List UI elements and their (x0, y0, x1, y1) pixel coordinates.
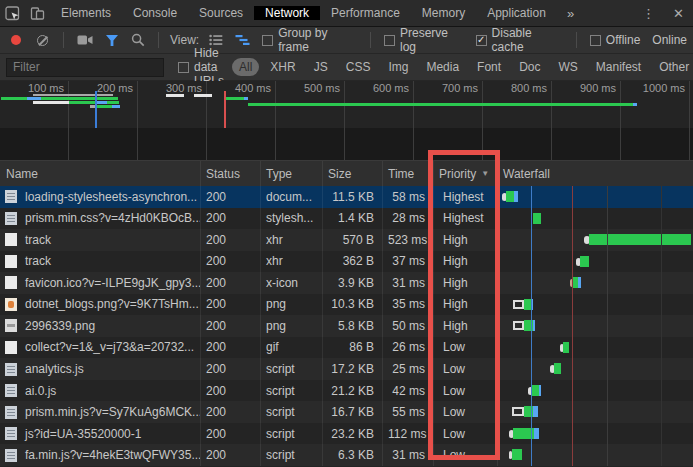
request-name-cell[interactable]: ai.0.js (0, 384, 200, 398)
table-row[interactable]: favicon.ico?v=-ILPE9gJK_gpy3...200x-icon… (0, 272, 693, 294)
filter-pill-xhr[interactable]: XHR (263, 58, 302, 76)
column-header-status[interactable]: Status (200, 167, 260, 181)
tab-sources[interactable]: Sources (188, 6, 254, 20)
table-row[interactable]: fa.min.js?v=4hekE3twQFWY35...200script6.… (0, 444, 693, 466)
column-header-priority[interactable]: Priority ▼ (433, 167, 497, 181)
overview-gridline (206, 81, 207, 160)
request-time: 523 ms (382, 233, 433, 247)
filter-input[interactable] (6, 58, 164, 77)
request-name: fa.min.js?v=4hekE3twQFWY35... (25, 448, 200, 462)
request-name-cell[interactable]: 2996339.png (0, 319, 200, 333)
list-view-icon[interactable] (209, 34, 223, 46)
capture-screenshots-icon[interactable] (77, 34, 93, 46)
table-row[interactable]: ai.0.js200script21.2 KB42 msLow (0, 380, 693, 402)
filter-pill-ws[interactable]: WS (551, 58, 584, 76)
request-name: analytics.js (25, 362, 84, 376)
request-name: dotnet_blogs.png?v=9K7TsHm... (25, 297, 199, 311)
request-size: 10.3 KB (322, 297, 382, 311)
table-row[interactable]: prism.min.css?v=4zHd0KBOcB...200stylesh.… (0, 208, 693, 230)
waterfall-bar-segment (513, 300, 524, 309)
filter-pill-img[interactable]: Img (381, 58, 415, 76)
overview-activity-bar (633, 103, 637, 106)
table-row[interactable]: track200xhr362 B37 msHigh (0, 251, 693, 273)
overview-time-label: 700 ms (420, 82, 478, 94)
request-name-cell[interactable]: js?id=UA-35520000-1 (0, 427, 200, 441)
tab-console[interactable]: Console (122, 6, 188, 20)
table-row[interactable]: collect?v=1&_v=j73&a=20732...200gif86 B2… (0, 337, 693, 359)
request-name-cell[interactable]: fa.min.js?v=4hekE3twQFWY35... (0, 448, 200, 462)
tab-memory[interactable]: Memory (411, 6, 476, 20)
tab-elements[interactable]: Elements (50, 6, 122, 20)
request-status: 200 (200, 297, 260, 311)
filter-pill-doc[interactable]: Doc (512, 58, 547, 76)
table-row[interactable]: 2996339.png200png5.8 KB50 msHigh (0, 315, 693, 337)
request-name-cell[interactable]: prism.min.js?v=Sy7KuAg6MCK... (0, 405, 200, 419)
column-header-waterfall[interactable]: Waterfall (497, 167, 693, 181)
dom-content-loaded-line (95, 91, 97, 128)
request-name-cell[interactable]: loading-stylesheets-asynchron... (0, 190, 200, 204)
filter-pill-font[interactable]: Font (470, 58, 508, 76)
device-toolbar-icon[interactable] (25, 0, 50, 26)
filter-pill-manifest[interactable]: Manifest (589, 58, 648, 76)
filter-pill-all[interactable]: All (232, 58, 259, 76)
tab-performance[interactable]: Performance (320, 6, 411, 20)
table-row[interactable]: dotnet_blogs.png?v=9K7TsHm...200png10.3 … (0, 294, 693, 316)
tab-network[interactable]: Network (254, 6, 320, 20)
checkbox-label: Preserve log (400, 26, 464, 54)
table-row[interactable]: js?id=UA-35520000-1200script23.2 KB112 m… (0, 423, 693, 445)
filter-pill-media[interactable]: Media (419, 58, 466, 76)
more-tabs-chevron[interactable]: » (557, 0, 584, 26)
table-row[interactable]: track200xhr570 B523 msHigh (0, 229, 693, 251)
devtools-close-icon[interactable]: ✕ (664, 6, 693, 21)
column-header-type[interactable]: Type (260, 167, 322, 181)
checkbox-box[interactable] (384, 35, 395, 46)
checkbox-box[interactable] (262, 35, 273, 46)
request-status: 200 (200, 190, 260, 204)
overview-activity-bar (1, 97, 118, 100)
table-row[interactable]: loading-stylesheets-asynchron...200docum… (0, 186, 693, 208)
network-overview-timeline[interactable]: 100 ms200 ms300 ms400 ms500 ms600 ms700 … (0, 81, 693, 161)
tab-application[interactable]: Application (476, 6, 557, 20)
request-time: 58 ms (382, 190, 433, 204)
checkbox-box[interactable]: ✓ (476, 35, 487, 46)
column-header-time[interactable]: Time (382, 167, 433, 181)
request-name-cell[interactable]: track (0, 254, 200, 268)
preserve-log-checkbox[interactable]: Preserve log (384, 26, 464, 54)
request-name-cell[interactable]: favicon.ico?v=-ILPE9gJK_gpy3... (0, 276, 200, 290)
filter-funnel-icon[interactable] (105, 34, 119, 47)
clear-requests-icon[interactable] (37, 35, 48, 46)
table-row[interactable]: prism.min.js?v=Sy7KuAg6MCK...200script16… (0, 401, 693, 423)
request-name-cell[interactable]: track (0, 233, 200, 247)
overview-gridline (137, 81, 138, 160)
offline-checkbox[interactable]: Offline (590, 33, 640, 47)
inspect-element-icon[interactable] (0, 0, 25, 26)
filter-pill-css[interactable]: CSS (339, 58, 378, 76)
search-icon[interactable] (131, 33, 145, 47)
column-header-name[interactable]: Name (0, 167, 200, 181)
document-icon (5, 406, 17, 419)
request-name-cell[interactable]: prism.min.css?v=4zHd0KBOcB... (0, 211, 200, 225)
request-priority: High (433, 233, 497, 247)
request-name-cell[interactable]: analytics.js (0, 362, 200, 376)
checkbox-box[interactable] (590, 35, 601, 46)
overview-activity-bar (69, 101, 119, 104)
column-header-size[interactable]: Size (322, 167, 382, 181)
waterfall-bar-segment (512, 449, 522, 460)
request-time: 25 ms (382, 362, 433, 376)
checkbox-box[interactable] (178, 62, 189, 73)
request-name-cell[interactable]: dotnet_blogs.png?v=9K7TsHm... (0, 297, 200, 311)
table-row[interactable]: analytics.js200script17.2 KB25 msLow (0, 358, 693, 380)
request-name: loading-stylesheets-asynchron... (25, 190, 197, 204)
devtools-menu-icon[interactable]: ⋮ (633, 6, 664, 21)
disable-cache-checkbox[interactable]: ✓Disable cache (476, 26, 563, 54)
request-name-cell[interactable]: collect?v=1&_v=j73&a=20732... (0, 340, 200, 354)
waterfall-view-icon[interactable] (235, 34, 250, 46)
filter-pill-other[interactable]: Other (652, 58, 693, 76)
throttling-dropdown[interactable]: Online (652, 33, 687, 47)
filter-pill-js[interactable]: JS (307, 58, 335, 76)
record-button[interactable] (11, 35, 21, 45)
group-by-frame-checkbox[interactable]: Group by frame (262, 26, 357, 54)
request-status: 200 (200, 319, 260, 333)
overview-time-label: 900 ms (558, 82, 616, 94)
document-icon (5, 427, 17, 440)
